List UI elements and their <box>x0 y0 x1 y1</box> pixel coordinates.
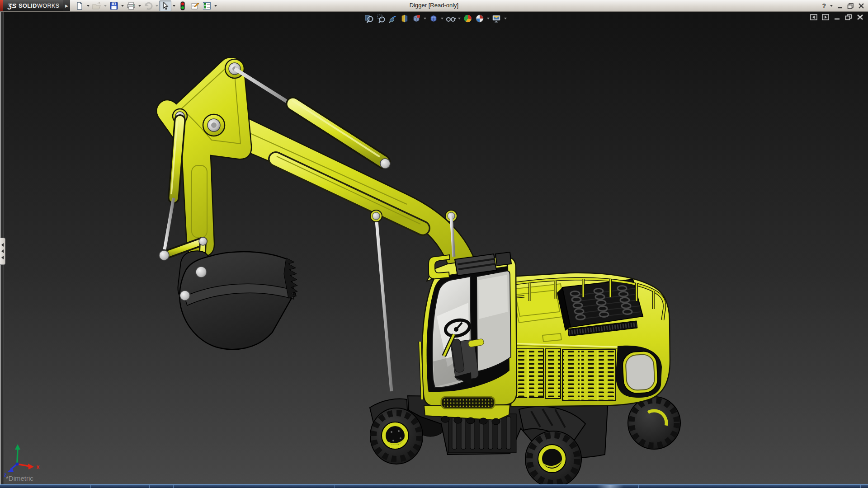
zoom-to-area-button[interactable] <box>376 13 387 24</box>
wheel-rear-right <box>628 397 680 449</box>
zoom-to-fit-button[interactable] <box>364 13 375 24</box>
doc-restore-icon[interactable] <box>845 14 852 20</box>
minimize-icon[interactable] <box>837 3 843 9</box>
previous-view-button[interactable] <box>387 13 398 24</box>
panel-expand-handle[interactable] <box>0 238 5 265</box>
excavator-model <box>0 12 868 484</box>
document-window-controls <box>810 14 863 20</box>
wheel-front-left <box>370 408 423 464</box>
hide-show-items-button[interactable] <box>445 13 456 24</box>
view-orientation-dropdown[interactable] <box>423 13 427 24</box>
apply-scene-button[interactable] <box>474 13 485 24</box>
wheel-front-right <box>525 431 581 484</box>
monitor-icon <box>492 14 502 23</box>
display-style-dropdown[interactable] <box>440 13 444 24</box>
os-taskbar-edge[interactable] <box>0 484 868 488</box>
apply-scene-dropdown[interactable] <box>486 13 491 24</box>
view-settings-button[interactable] <box>491 13 502 24</box>
view-orientation-label: *Dimetric <box>6 474 33 482</box>
section-view-icon <box>400 14 409 23</box>
zoom-to-area-icon <box>377 14 386 23</box>
color-sphere-icon <box>463 14 472 23</box>
previous-view-icon <box>388 14 397 23</box>
edit-appearance-button[interactable] <box>462 13 473 24</box>
display-style-icon <box>429 14 438 23</box>
x-axis-label: X <box>36 465 40 470</box>
graphics-area[interactable]: X Z *Dimetric <box>0 12 868 484</box>
zoom-to-fit-icon <box>365 14 374 23</box>
section-view-button[interactable] <box>399 13 410 24</box>
help-icon[interactable]: ? <box>822 2 826 9</box>
title-bar: ƷS SOLIDWORKS ▶ <box>0 0 868 12</box>
close-icon[interactable] <box>858 3 864 9</box>
checkered-sphere-icon <box>475 14 484 23</box>
help-dropdown[interactable] <box>830 5 833 7</box>
y-axis-arrow <box>15 444 20 450</box>
view-orientation-icon <box>412 14 421 23</box>
hide-show-items-dropdown[interactable] <box>457 13 462 24</box>
eyeglasses-icon <box>446 14 456 23</box>
doc-close-icon[interactable] <box>857 14 863 20</box>
cab <box>420 252 517 425</box>
heads-up-view-toolbar <box>364 13 508 24</box>
pane-right-icon[interactable] <box>822 14 829 20</box>
display-style-button[interactable] <box>428 13 439 24</box>
view-orientation-button[interactable] <box>411 13 422 24</box>
rear-window <box>616 346 662 398</box>
x-axis-arrow <box>28 464 34 469</box>
window-controls: ? <box>822 0 864 11</box>
view-settings-dropdown[interactable] <box>503 13 508 24</box>
restore-icon[interactable] <box>847 3 854 9</box>
pane-left-icon[interactable] <box>810 14 817 20</box>
window-title: Digger [Read-only] <box>0 2 868 9</box>
doc-minimize-icon[interactable] <box>834 14 840 20</box>
